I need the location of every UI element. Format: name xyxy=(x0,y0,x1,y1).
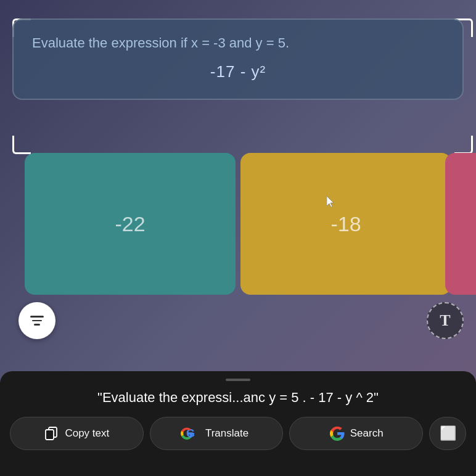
more-button[interactable]: ⬜ xyxy=(429,417,466,450)
copy-icon xyxy=(44,425,60,441)
copy-text-label: Copy text xyxy=(65,427,109,440)
svg-rect-1 xyxy=(46,430,54,440)
google-search-icon xyxy=(329,425,345,441)
search-button[interactable]: Search xyxy=(289,417,423,450)
bottom-panel: "Evaluate the expressi...anc y = 5 . - 1… xyxy=(0,371,476,476)
selection-corner-bl xyxy=(12,136,31,154)
search-label: Search xyxy=(350,427,384,440)
selection-corner-br xyxy=(454,136,473,154)
translate-button[interactable]: G G Translate xyxy=(150,417,284,450)
action-buttons-row: Copy text G G Translate xyxy=(10,417,466,450)
sort-line-2 xyxy=(32,320,42,322)
google-translate-icon: G G xyxy=(184,425,200,441)
sort-icon xyxy=(30,316,44,326)
tile-value: -22 xyxy=(115,212,145,236)
extracted-text: "Evaluate the expressi...anc y = 5 . - 1… xyxy=(97,390,379,406)
tile-negative-18[interactable]: -18 xyxy=(240,153,451,295)
tile-value: -18 xyxy=(330,212,361,236)
tile-partial xyxy=(445,153,476,295)
copy-text-button[interactable]: Copy text xyxy=(10,417,144,450)
sort-line-1 xyxy=(30,316,44,318)
translate-label: Translate xyxy=(205,427,248,440)
expression: -17 - y² xyxy=(32,62,444,81)
more-icon: ⬜ xyxy=(440,425,456,441)
expression-text: -17 - y² xyxy=(210,62,266,81)
question-card: Evaluate the expression if x = -3 and y … xyxy=(12,18,464,100)
sort-filter-button[interactable] xyxy=(18,302,55,339)
text-select-icon: T xyxy=(440,311,450,330)
sort-line-3 xyxy=(34,324,40,326)
tiles-area: -22 -18 xyxy=(0,153,476,295)
text-select-button[interactable]: T xyxy=(427,302,464,339)
question-title: Evaluate the expression if x = -3 and y … xyxy=(32,35,444,52)
tile-negative-22[interactable]: -22 xyxy=(25,153,236,295)
drag-handle[interactable] xyxy=(226,379,250,381)
